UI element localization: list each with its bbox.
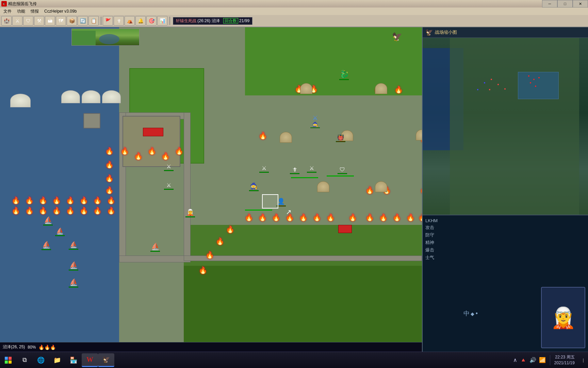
system-clock[interactable]: 22:23 周五 2021/11/19 xyxy=(554,354,575,366)
tent-sprite xyxy=(374,181,388,193)
unit-boat[interactable]: ⛵ xyxy=(68,276,79,290)
water-bottom-left xyxy=(0,259,119,352)
unit-enemy[interactable]: 👹 xyxy=(335,131,346,145)
taskbar-edge[interactable]: 🌐 xyxy=(33,353,49,367)
minimap-dot-ally xyxy=(484,82,485,83)
taskbar: ⧉ 🌐 📁 🏪 W 🦅 ∧ 🔺 🔊 📶 22:23 周五 2021/11/19 … xyxy=(0,352,588,368)
crit-label: 爆击 xyxy=(425,247,439,253)
tray-network[interactable]: 🔺 xyxy=(520,357,527,363)
turn-label: 回合数 xyxy=(223,18,238,24)
menu-file[interactable]: 文件 xyxy=(1,8,14,15)
fire-sprite: 🔥 xyxy=(225,223,235,235)
map-preview xyxy=(71,29,140,47)
fire-sprite: 🔥 xyxy=(105,204,116,217)
start-button[interactable] xyxy=(0,352,16,368)
unit-sprite[interactable]: 👤 xyxy=(276,195,287,209)
toolbar-btn-12[interactable]: ⛺ xyxy=(125,16,135,26)
taskbar-game-yuefei[interactable]: 🦅 xyxy=(98,353,114,367)
taskbar-explorer[interactable]: 📁 xyxy=(49,353,65,367)
tent-sprite xyxy=(316,181,330,193)
tent-sprite xyxy=(415,129,422,141)
taskbar-task-view[interactable]: ⧉ xyxy=(16,353,33,367)
fire-sprite: 🔥 xyxy=(257,211,268,224)
tray-volume[interactable]: 🔊 xyxy=(529,357,536,363)
stone-wall-v2 xyxy=(184,112,191,259)
scenario-coords: (26:26) xyxy=(197,18,210,23)
unit-boat[interactable]: ⛵ xyxy=(54,225,65,239)
unit-boat[interactable]: ⛵ xyxy=(68,259,79,273)
unit-sprite[interactable]: 🗡 xyxy=(289,164,300,177)
tray-arrow[interactable]: ∧ xyxy=(513,357,517,363)
unit-sprite[interactable]: ⚔ xyxy=(163,179,174,193)
unit-sprite[interactable]: 🐉 xyxy=(339,68,349,82)
unit-sprite[interactable]: 🧙 xyxy=(248,180,259,194)
red-building xyxy=(143,128,163,136)
toolbar-btn-11[interactable]: 🗡 xyxy=(114,16,124,26)
fire-status-3: 🔥 xyxy=(50,344,56,350)
menu-helper[interactable]: CczHelper v3.09b xyxy=(42,8,79,14)
bottom-status-bar: 沼泽(26, 25) 80% 🔥 🔥 🔥 xyxy=(0,342,422,352)
unit-sprite[interactable]: ⚔ xyxy=(163,160,174,174)
fire-sprite: 🔥 xyxy=(65,204,76,217)
unit-hero[interactable]: 🧝 xyxy=(185,206,196,220)
toolbar-btn-13[interactable]: 🔔 xyxy=(135,16,146,26)
unit-sprite[interactable]: ⚔ 🧙 xyxy=(310,114,321,128)
unit-sprite[interactable]: ⚔ xyxy=(259,162,270,175)
unit-id-label: LKHM xyxy=(425,218,439,223)
tray-wifi[interactable]: 📶 xyxy=(539,357,546,363)
tent-sprite xyxy=(374,82,388,95)
unit-sprite[interactable]: ⚔ xyxy=(306,162,317,175)
toolbar-btn-7[interactable]: 📦 xyxy=(67,16,77,26)
svg-rect-3 xyxy=(9,361,12,364)
minimap-icon: 🦅 xyxy=(425,29,433,36)
right-panel: 🦅 战场缩小图 LKHM 攻击 xyxy=(422,27,588,352)
game-area[interactable]: 🔥 🔥 🔥 🔥 🔥 🔥 🔥 🔥 🔥 🔥 🔥 🔥 🔥 🔥 🔥 🔥 🔥 🔥 🔥 🔥 … xyxy=(0,27,422,352)
spirit-row: 精神 xyxy=(425,240,586,246)
toolbar-btn-3[interactable]: 🛡 xyxy=(23,16,33,26)
toolbar-btn-4[interactable]: ⚒ xyxy=(34,16,44,26)
unit-boat[interactable]: ⛵ xyxy=(41,239,52,252)
toolbar-btn-8[interactable]: 🔄 xyxy=(78,16,88,26)
minimap-dot-enemy xyxy=(504,88,506,90)
minimap[interactable] xyxy=(423,38,588,225)
unit-boat[interactable]: ⛵ xyxy=(43,214,53,228)
toolbar-btn-10[interactable]: 🚩 xyxy=(103,16,113,26)
window-controls: ─ □ ✕ xyxy=(542,0,588,7)
phoenix-icon: 🦅 xyxy=(392,32,402,42)
fire-sprite: 🔥 xyxy=(405,211,416,224)
taskbar-game-w[interactable]: W xyxy=(82,353,98,367)
minimap-dot-red xyxy=(538,77,540,78)
maximize-button[interactable]: □ xyxy=(557,0,573,7)
fire-sprite: 🔥 xyxy=(364,211,375,224)
toolbar-btn-2[interactable]: ⚔ xyxy=(12,16,22,26)
menu-info[interactable]: 情报 xyxy=(28,8,42,15)
grass-bottom2 xyxy=(184,266,422,352)
unit-boat[interactable]: ⛵ xyxy=(150,240,161,254)
unit-sprite[interactable]: 🛡 xyxy=(337,164,348,177)
battle-status: 轩辕生死战 (26:26) 沼泽 回合数 21/99 xyxy=(173,17,252,25)
fortress-area xyxy=(122,116,180,167)
show-desktop[interactable]: | xyxy=(583,357,584,363)
minimap-header: 🦅 战场缩小图 xyxy=(423,27,588,38)
terrain-name: 沼泽 xyxy=(212,18,220,23)
fire-sprite: 🔥 xyxy=(417,211,422,224)
toolbar-btn-14[interactable]: 🎯 xyxy=(146,16,157,26)
dome-3 xyxy=(82,90,100,103)
menu-bar: 文件 功能 情报 CczHelper v3.09b xyxy=(0,7,588,15)
fire-sprite: 🔥 xyxy=(243,211,254,224)
current-turn: 21 xyxy=(239,18,244,23)
toolbar-btn-9[interactable]: 📋 xyxy=(88,16,99,26)
toolbar-btn-6[interactable]: 🗺 xyxy=(56,16,66,26)
fire-sprite: 🔥 xyxy=(364,184,375,196)
toolbar-btn-15[interactable]: 📊 xyxy=(157,16,167,26)
toolbar-btn-1[interactable]: 🏰 xyxy=(1,16,12,26)
taskbar-store[interactable]: 🏪 xyxy=(65,353,82,367)
menu-function[interactable]: 功能 xyxy=(14,8,28,15)
minimize-button[interactable]: ─ xyxy=(542,0,557,7)
dome-1 xyxy=(10,94,31,107)
minimap-dot-red xyxy=(528,75,529,77)
toolbar-btn-5[interactable]: 🏔 xyxy=(45,16,55,26)
unit-boat[interactable]: ⛵ xyxy=(68,239,79,252)
close-button[interactable]: ✕ xyxy=(573,0,588,7)
nav-indicator: 中 ◆ • xyxy=(463,309,478,318)
